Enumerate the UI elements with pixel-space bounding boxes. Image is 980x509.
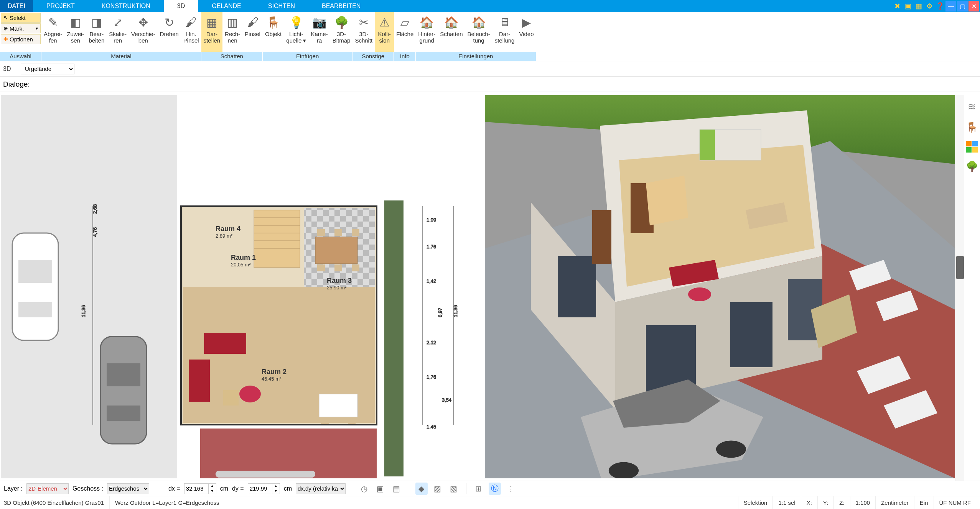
tool-einstellungen-2[interactable]: 🏠Beleuch-tung (465, 12, 492, 52)
rel-dropdown[interactable]: dx,dy (relativ ka (296, 483, 346, 494)
tab-sichten[interactable]: SICHTEN (255, 0, 308, 12)
tab-gelaende[interactable]: GELÄNDE (198, 0, 254, 12)
tool-material-1[interactable]: ◧Zuwei-sen (64, 12, 86, 52)
tool-material-3[interactable]: ⤢Skalie-ren (107, 12, 129, 52)
tool-label2: stellen (204, 37, 220, 44)
help-icon[interactable]: ❓ (935, 1, 945, 11)
svg-text:Raum 1: Raum 1 (231, 254, 256, 261)
tool-icon: 🖌 (185, 14, 197, 31)
maximize-button[interactable]: ▢ (957, 1, 968, 11)
tool-icon-2[interactable]: ▣ (903, 1, 913, 11)
tool-label: Hinter- (418, 31, 435, 37)
hscroll-2d[interactable] (216, 471, 315, 478)
tool-schatten-0[interactable]: ▦Dar-stellen (201, 12, 222, 52)
tab-bearbeiten[interactable]: BEARBEITEN (308, 0, 374, 12)
svg-text:3,54: 3,54 (442, 397, 451, 403)
tab-projekt[interactable]: PROJEKT (33, 0, 88, 12)
view-3d[interactable] (485, 95, 955, 478)
svg-rect-71 (730, 302, 772, 367)
layers-icon[interactable]: ≋ (965, 100, 979, 113)
layer-dropdown[interactable]: 2D-Elemen (26, 483, 69, 494)
tool-schatten-1[interactable]: ▥Rech-nen (222, 12, 242, 52)
minimize-button[interactable]: — (945, 1, 956, 11)
clock-icon[interactable]: ◷ (358, 483, 371, 495)
status-layer: Werz Outdoor L=Layer1 G=Erdgeschoss (109, 496, 225, 509)
status-z: Z: (833, 496, 850, 509)
doc-icon[interactable]: ▤ (390, 483, 403, 495)
tool-icon-3[interactable]: ▦ (913, 1, 924, 11)
floorplan-canvas[interactable]: Raum 4 2,89 m² Raum 1 20,05 m² Raum 3 25… (1, 95, 478, 478)
tool-material-4[interactable]: ✥Verschie-ben (129, 12, 158, 52)
tool-einstellungen-4[interactable]: ▶Video (517, 12, 536, 52)
car-2 (100, 337, 147, 444)
tab-datei[interactable]: DATEI (0, 0, 33, 12)
svg-text:1,45: 1,45 (427, 424, 436, 430)
chair-icon[interactable]: 🪑 (965, 120, 979, 134)
aim-icon: ⊕ (3, 25, 8, 31)
layer-select[interactable]: Urgelände (21, 64, 74, 74)
grid2-icon[interactable]: Ⓝ (489, 483, 501, 495)
tool-sonstige-0[interactable]: ✂3D-Schnitt (352, 12, 375, 52)
svg-rect-69 (558, 256, 596, 317)
tool-icon-1[interactable]: ✖ (892, 1, 903, 11)
snap1-icon[interactable]: ◆ (415, 483, 428, 495)
snap3-icon[interactable]: ▧ (448, 483, 460, 495)
status-selection: Selektion (738, 496, 773, 509)
svg-text:2,12: 2,12 (427, 340, 436, 345)
svg-rect-24 (334, 229, 342, 236)
tab-konstruktion[interactable]: KONSTRUKTION (88, 0, 164, 12)
tab-3d[interactable]: 3D (164, 0, 198, 12)
dy-input[interactable]: ▲▼ (248, 483, 280, 494)
tool-label: Skalie- (109, 31, 127, 37)
tool-sonstige-1[interactable]: ⚠Kolli-sion (375, 12, 394, 52)
svg-rect-3 (18, 260, 52, 283)
tool-label2: Bitmap (333, 37, 351, 44)
view-2d[interactable]: Raum 4 2,89 m² Raum 1 20,05 m² Raum 3 25… (1, 95, 478, 478)
floor-dropdown[interactable]: Erdgeschos (107, 483, 149, 494)
tool-icon: 🏠 (420, 14, 434, 31)
tool-label: Objekt (265, 31, 282, 37)
group-label-info: Info (394, 52, 416, 61)
tool-material-5[interactable]: ↻Drehen (158, 12, 181, 52)
svg-text:6,97: 6,97 (437, 308, 443, 317)
tool-material-6[interactable]: 🖌Hin.Pinsel (181, 12, 201, 52)
options-button[interactable]: ✚Optionen (1, 34, 41, 44)
tool-material-2[interactable]: ◨Bear-beiten (86, 12, 107, 52)
render-canvas[interactable] (485, 95, 955, 478)
tool-einstellungen-1[interactable]: 🏠Schatten (438, 12, 465, 52)
close-button[interactable]: ✕ (968, 1, 979, 11)
menubar: DATEI PROJEKT KONSTRUKTION 3D GELÄNDE SI… (0, 0, 980, 12)
camera-icon[interactable]: ▣ (374, 483, 387, 495)
tool-einfügen-2[interactable]: 📷Kame-ra (309, 12, 330, 52)
select-button[interactable]: ↖Selekt (1, 13, 41, 23)
tool-label: 3D- (337, 31, 346, 37)
tool-einstellungen-3[interactable]: 🖥Dar-stellung (492, 12, 517, 52)
snap2-icon[interactable]: ▨ (432, 483, 444, 495)
tree-icon[interactable]: 🌳 (965, 159, 979, 173)
extra-icon[interactable]: ⋮ (505, 483, 517, 495)
tool-einfügen-3[interactable]: 🌳3D-Bitmap (330, 12, 353, 52)
tool-icon-4[interactable]: ⚙ (924, 1, 935, 11)
tool-label: 3D- (359, 31, 368, 37)
tool-label2: stellung (495, 37, 515, 44)
tool-info-0[interactable]: ▱Fläche (394, 12, 416, 52)
scrollbar-3d[interactable] (955, 95, 964, 481)
tool-icon: ◨ (91, 14, 102, 31)
dx-unit: cm (220, 485, 228, 492)
splitter[interactable] (478, 95, 485, 481)
tool-label2: quelle ▾ (286, 37, 306, 44)
tool-einfügen-0[interactable]: 🪑Objekt (263, 12, 284, 52)
tool-schatten-2[interactable]: 🖌Pinsel (242, 12, 263, 52)
group-label-schatten: Schatten (201, 52, 263, 61)
layer-label: Layer : (4, 485, 23, 492)
tool-einfügen-1[interactable]: 💡Licht-quelle ▾ (284, 12, 308, 52)
palette-icon[interactable] (966, 141, 978, 153)
tool-einstellungen-0[interactable]: 🏠Hinter-grund (416, 12, 438, 52)
room4-label: Raum 4 (216, 225, 240, 233)
pouf (239, 386, 261, 402)
dx-input[interactable]: ▲▼ (184, 483, 216, 494)
grid1-icon[interactable]: ⊞ (473, 483, 485, 495)
mark-button[interactable]: ⊕Mark.▾ (1, 23, 41, 33)
tool-material-0[interactable]: ✎Abgrei-fen (41, 12, 64, 52)
svg-rect-31 (348, 387, 356, 393)
